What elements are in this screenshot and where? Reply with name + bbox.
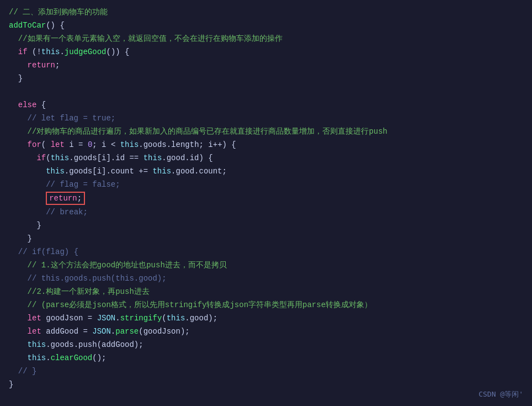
code-line: let goodJson = JSON.stringify(this.good)… [0, 312, 532, 325]
code-line: for( let i = 0; i < this.goods.length; i… [0, 138, 532, 151]
code-line: else { [0, 98, 532, 112]
code-line: // this.goods.push(this.good); [0, 272, 532, 285]
code-line: // flag = false; [0, 178, 532, 191]
code-line: //如果有一个表单元素输入空，就返回空值，不会在进行在购物车添加的操作 [0, 32, 532, 45]
code-line: // let flag = true; [0, 112, 532, 125]
code-content: // 二、添加到购物车的功能addToCar() { //如果有一个表单元素输入… [0, 6, 532, 391]
watermark: CSDN @等闲' [478, 389, 523, 399]
code-line: } [0, 72, 532, 85]
return-statement: return; [46, 192, 85, 205]
code-editor: // 二、添加到购物车的功能addToCar() { //如果有一个表单元素输入… [0, 0, 532, 406]
code-line [0, 85, 532, 98]
code-line: let addGood = JSON.parse(goodJson); [0, 325, 532, 338]
code-line: this.goods.push(addGood); [0, 338, 532, 351]
code-line: if (!this.judgeGood()) { [0, 45, 532, 59]
code-line: } [0, 232, 532, 245]
code-line: // if(flag) { [0, 245, 532, 259]
code-line: // (parse必须是json格式，所以先用stringify转换成json字… [0, 298, 532, 312]
code-line: // 1.这个方法会把good的地址也push进去，而不是拷贝 [0, 259, 532, 272]
code-line: if(this.goods[i].id == this.good.id) { [0, 151, 532, 165]
code-line: return; [0, 59, 532, 72]
code-line: //对购物车的商品进行遍历，如果新加入的商品编号已存在就直接进行商品数量增加，否… [0, 125, 532, 138]
code-line: //2.构建一个新对象，再push进去 [0, 285, 532, 298]
code-line: addToCar() { [0, 19, 532, 32]
code-line: return; [0, 191, 532, 205]
code-line: this.goods[i].count += this.good.count; [0, 165, 532, 178]
code-line: this.clearGood(); [0, 351, 532, 365]
code-line: } [0, 219, 532, 232]
code-line: // } [0, 365, 532, 378]
code-line: // break; [0, 205, 532, 219]
code-line: } [0, 378, 532, 391]
code-line: // 二、添加到购物车的功能 [0, 6, 532, 19]
